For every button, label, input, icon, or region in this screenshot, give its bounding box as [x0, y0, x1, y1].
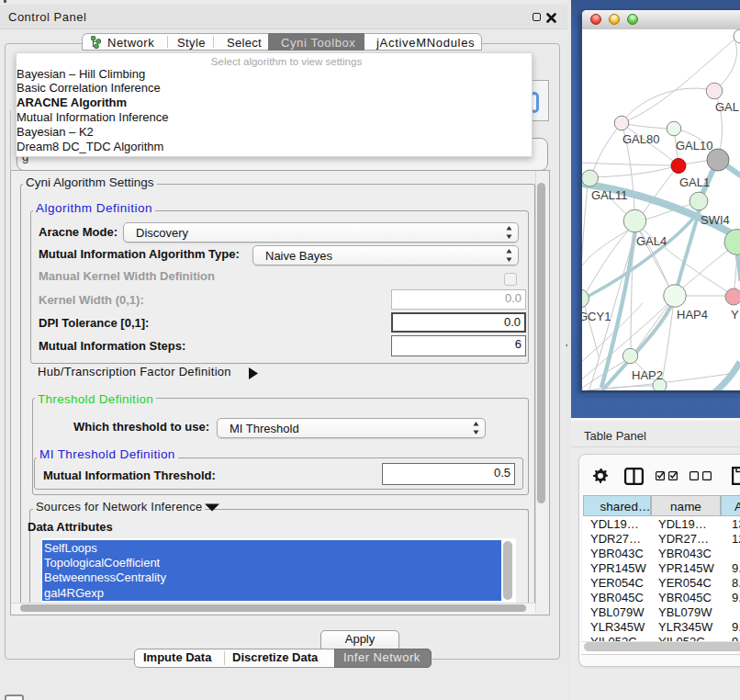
svg-text:GAL80: GAL80 [622, 132, 659, 146]
svg-text:GCY1: GCY1 [582, 310, 611, 323]
svg-text:Y: Y [731, 308, 739, 322]
svg-text:GAL11: GAL11 [591, 188, 628, 202]
svg-text:GAL4: GAL4 [636, 234, 667, 248]
svg-text:HAP4: HAP4 [677, 308, 708, 322]
svg-text:HAP2: HAP2 [632, 368, 663, 382]
svg-text:GAL1: GAL1 [679, 175, 710, 189]
svg-text:GAL: GAL [715, 100, 739, 114]
svg-text:SWI4: SWI4 [701, 213, 730, 227]
svg-text:GAL10: GAL10 [676, 139, 712, 152]
